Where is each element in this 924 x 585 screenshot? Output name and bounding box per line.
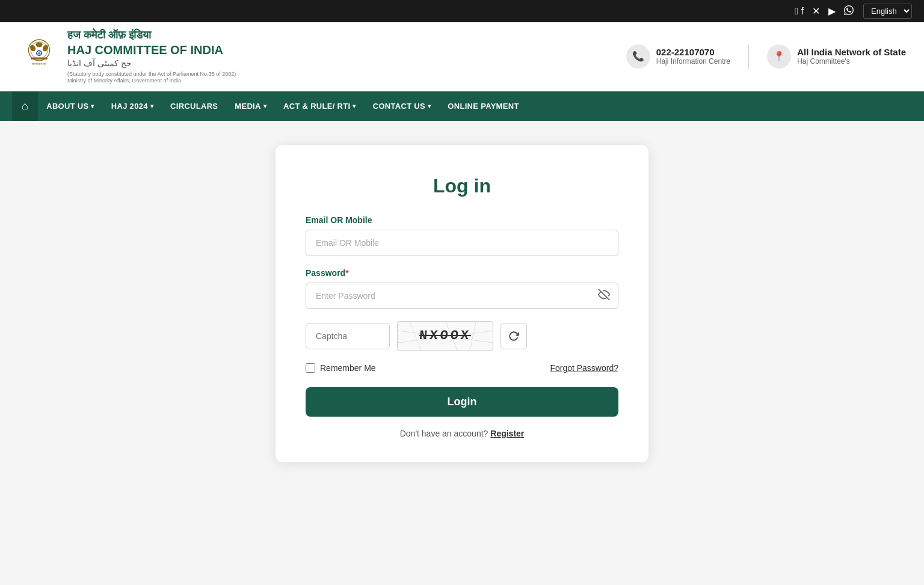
location-icon: 📍	[767, 44, 791, 69]
password-group: Password*	[306, 268, 618, 309]
register-link[interactable]: Register	[490, 429, 524, 438]
top-bar:  f ✕ ▶ English Hindi Urdu	[0, 0, 924, 22]
nav-home[interactable]: ⌂	[12, 91, 38, 121]
captcha-input[interactable]	[306, 323, 390, 349]
register-text: Don't have an account? Register	[306, 429, 618, 438]
network-contact: 📍 All India Network of State Haj Committ…	[767, 44, 906, 69]
nav-contact-us[interactable]: CONTACT US ▾	[365, 92, 440, 120]
email-label: Email OR Mobile	[306, 215, 618, 225]
email-group: Email OR Mobile	[306, 215, 618, 256]
captcha-row: NXOOX	[306, 321, 618, 351]
phone-info: 022-22107070 Haji Information Centre	[656, 47, 730, 66]
password-input[interactable]	[306, 283, 618, 309]
nav-media[interactable]: MEDIA ▾	[226, 92, 275, 120]
main-nav: ⌂ ABOUT US ▾ HAJ 2024 ▾ CIRCULARS MEDIA …	[0, 91, 924, 121]
phone-number: 022-22107070	[656, 47, 730, 57]
nav-about-us[interactable]: ABOUT US ▾	[38, 92, 103, 120]
ashoka-emblem-icon: सत्यमेव जयते	[18, 35, 60, 78]
captcha-image: NXOOX	[397, 321, 493, 351]
site-header: सत्यमेव जयते हज कमेटी ऑफ़ इंडिया HAJ COM…	[0, 22, 924, 91]
facebook-icon[interactable]:  f	[795, 6, 804, 17]
twitter-x-icon[interactable]: ✕	[812, 5, 820, 17]
contact-area: 📞 022-22107070 Haji Information Centre 📍…	[626, 44, 906, 69]
login-card: Log in Email OR Mobile Password*	[276, 145, 648, 462]
main-content: Log in Email OR Mobile Password*	[0, 121, 924, 574]
network-info: All India Network of State Haj Committee…	[797, 47, 906, 66]
svg-rect-5	[31, 57, 48, 60]
captcha-text: NXOOX	[419, 328, 472, 343]
language-selector[interactable]: English Hindi Urdu	[863, 4, 912, 19]
logo-urdu: حج کمیٹی آف انڈیا	[67, 58, 236, 69]
contact-us-chevron-icon: ▾	[428, 103, 431, 109]
whatsapp-icon[interactable]	[844, 5, 854, 17]
svg-text:सत्यमेव जयते: सत्यमेव जयते	[31, 62, 46, 66]
phone-icon: 📞	[626, 44, 650, 69]
nav-haj-2024[interactable]: HAJ 2024 ▾	[103, 92, 162, 120]
logo-hindi: हज कमेटी ऑफ़ इंडिया	[67, 28, 236, 42]
email-input[interactable]	[306, 230, 618, 256]
refresh-captcha-button[interactable]	[500, 323, 527, 349]
act-rule-chevron-icon: ▾	[353, 103, 356, 109]
youtube-icon[interactable]: ▶	[828, 5, 836, 17]
remember-row: Remember Me Forgot Password?	[306, 363, 618, 373]
network-label: All India Network of State	[797, 47, 906, 57]
logo-ministry: Ministry of Minority Affairs, Government…	[67, 78, 236, 85]
refresh-icon	[508, 331, 519, 342]
logo-area: सत्यमेव जयते हज कमेटी ऑफ़ इंडिया HAJ COM…	[18, 28, 626, 85]
toggle-password-icon[interactable]	[598, 289, 610, 303]
svg-point-2	[35, 42, 42, 47]
nav-online-payment[interactable]: ONLINE PAYMENT	[439, 92, 527, 120]
phone-contact: 📞 022-22107070 Haji Information Centre	[626, 44, 730, 69]
nav-circulars[interactable]: CIRCULARS	[162, 92, 226, 120]
password-label: Password*	[306, 268, 618, 278]
logo-english: HAJ COMMITTEE OF INDIA	[67, 42, 236, 58]
remember-me-label[interactable]: Remember Me	[306, 363, 376, 373]
forgot-password-link[interactable]: Forgot Password?	[550, 363, 618, 373]
login-button[interactable]: Login	[306, 387, 618, 417]
media-chevron-icon: ▾	[263, 103, 266, 109]
logo-tagline: (Statutory body constituted under the Ac…	[67, 71, 236, 78]
social-links:  f ✕ ▶	[795, 5, 854, 17]
remember-me-checkbox[interactable]	[306, 363, 315, 373]
haj-2024-chevron-icon: ▾	[150, 103, 153, 109]
network-label2: Haj Committee's	[797, 57, 906, 66]
contact-divider	[748, 44, 749, 69]
logo-text: हज कमेटी ऑफ़ इंडिया HAJ COMMITTEE OF IND…	[67, 28, 236, 85]
password-wrapper	[306, 283, 618, 309]
nav-act-rule-rti[interactable]: ACT & RULE/ RTI ▾	[275, 92, 365, 120]
login-title: Log in	[306, 175, 618, 197]
about-us-chevron-icon: ▾	[91, 103, 94, 109]
phone-label: Haji Information Centre	[656, 57, 730, 66]
